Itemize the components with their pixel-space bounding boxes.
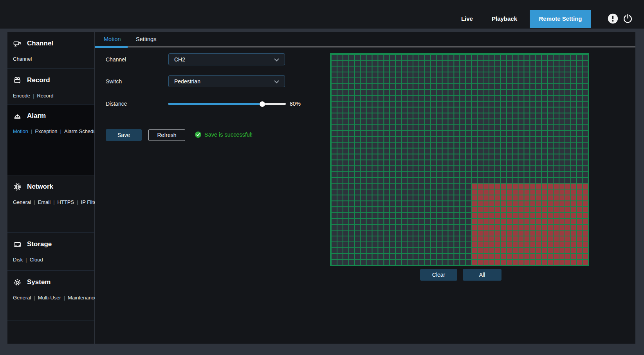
link-separator: | xyxy=(31,128,32,134)
link-separator: | xyxy=(33,93,34,99)
distance-slider-fill xyxy=(168,103,262,105)
save-status-text: Save is successful! xyxy=(204,132,253,138)
tab-bar: Motion Settings xyxy=(95,32,635,47)
sidebar-section-system: System General|Multi-User|Maintenance|In… xyxy=(7,271,94,321)
sidebar-section-network: Network General|Email|HTTPS|IP Filter|Vo… xyxy=(7,175,94,233)
link-separator: | xyxy=(34,199,35,205)
sidebar-section-storage: Storage Disk|Cloud xyxy=(7,233,94,271)
sidebar-link-cloud[interactable]: Cloud xyxy=(30,257,43,263)
power-icon[interactable] xyxy=(622,13,633,25)
sidebar-title-storage: Storage xyxy=(27,240,52,248)
distance-value: 80% xyxy=(290,101,301,107)
active-tab-underline xyxy=(95,46,128,48)
topbar: Live Playback Remote Setting xyxy=(0,0,644,29)
sidebar-link-system-general[interactable]: General xyxy=(13,295,31,301)
motion-grid-selected-region[interactable] xyxy=(471,183,588,265)
nav-remote-setting[interactable]: Remote Setting xyxy=(530,10,591,28)
tab-motion[interactable]: Motion xyxy=(104,36,121,42)
sidebar-section-channel: Channel Channel xyxy=(7,32,94,69)
sidebar-filler xyxy=(7,321,94,344)
chevron-down-icon xyxy=(274,78,279,85)
channel-label: Channel xyxy=(106,56,126,63)
switch-select-value: Pedestrian xyxy=(174,78,200,85)
sidebar-section-alarm: Alarm Motion|Exception|Alarm Schedule|Vo… xyxy=(7,105,94,175)
sidebar: Channel Channel Record Encode|Record xyxy=(7,32,94,344)
tab-settings[interactable]: Settings xyxy=(136,36,156,42)
sidebar-link-channel[interactable]: Channel xyxy=(13,56,32,62)
sidebar-link-multi-user[interactable]: Multi-User xyxy=(38,295,61,301)
hard-drive-icon xyxy=(13,240,22,249)
sidebar-link-exception[interactable]: Exception xyxy=(35,128,57,134)
sidebar-link-general[interactable]: General xyxy=(13,199,31,205)
link-separator: | xyxy=(25,257,27,263)
save-status: Save is successful! xyxy=(195,132,253,138)
sidebar-header-network[interactable]: Network xyxy=(13,181,93,192)
switch-label: Switch xyxy=(106,78,122,85)
video-camera-icon xyxy=(13,76,22,85)
main-panel: Motion Settings Channel CH2 Switch Pedes… xyxy=(95,32,635,344)
sidebar-title-record: Record xyxy=(27,76,50,84)
chevron-down-icon xyxy=(274,56,279,63)
remote-setting-page: Live Playback Remote Setting xyxy=(0,0,644,355)
sidebar-link-email[interactable]: Email xyxy=(38,199,51,205)
sidebar-link-encode[interactable]: Encode xyxy=(13,93,30,99)
save-button[interactable]: Save xyxy=(106,129,142,141)
nav-playback[interactable]: Playback xyxy=(492,15,517,22)
globe-icon xyxy=(13,182,22,191)
sidebar-header-system[interactable]: System xyxy=(13,277,93,288)
sidebar-link-alarm-schedule[interactable]: Alarm Schedule xyxy=(64,128,100,134)
channel-select-value: CH2 xyxy=(174,56,185,63)
motion-grid[interactable] xyxy=(330,53,589,266)
link-separator: | xyxy=(34,295,35,301)
distance-slider-thumb[interactable] xyxy=(260,101,265,107)
sidebar-title-network: Network xyxy=(27,183,53,191)
sidebar-link-motion[interactable]: Motion xyxy=(13,128,28,134)
clear-button[interactable]: Clear xyxy=(420,269,457,281)
sidebar-header-record[interactable]: Record xyxy=(13,75,93,86)
sidebar-section-record: Record Encode|Record xyxy=(7,69,94,105)
success-check-icon xyxy=(195,132,201,138)
sidebar-header-channel[interactable]: Channel xyxy=(13,38,93,49)
cctv-camera-icon xyxy=(13,39,22,48)
link-separator: | xyxy=(64,295,65,301)
sidebar-title-channel: Channel xyxy=(27,40,53,47)
link-separator: | xyxy=(53,199,54,205)
refresh-button[interactable]: Refresh xyxy=(148,129,185,141)
distance-label: Distance xyxy=(106,101,127,107)
sidebar-link-maintenance[interactable]: Maintenance xyxy=(68,295,97,301)
siren-icon xyxy=(13,112,22,121)
sidebar-link-disk[interactable]: Disk xyxy=(13,257,23,263)
all-button[interactable]: All xyxy=(463,269,501,281)
gear-icon xyxy=(13,278,22,287)
switch-select[interactable]: Pedestrian xyxy=(168,75,285,87)
alert-icon[interactable] xyxy=(607,13,619,25)
sidebar-title-system: System xyxy=(27,278,51,286)
sidebar-link-record[interactable]: Record xyxy=(37,93,53,99)
sidebar-header-alarm[interactable]: Alarm xyxy=(13,110,93,121)
sidebar-title-alarm: Alarm xyxy=(27,112,46,120)
distance-slider[interactable] xyxy=(168,103,286,105)
sidebar-link-https[interactable]: HTTPS xyxy=(58,199,74,205)
link-separator: | xyxy=(60,128,61,134)
sidebar-header-storage[interactable]: Storage xyxy=(13,239,93,250)
channel-select[interactable]: CH2 xyxy=(168,53,285,65)
nav-live[interactable]: Live xyxy=(461,15,473,22)
link-separator: | xyxy=(77,199,78,205)
